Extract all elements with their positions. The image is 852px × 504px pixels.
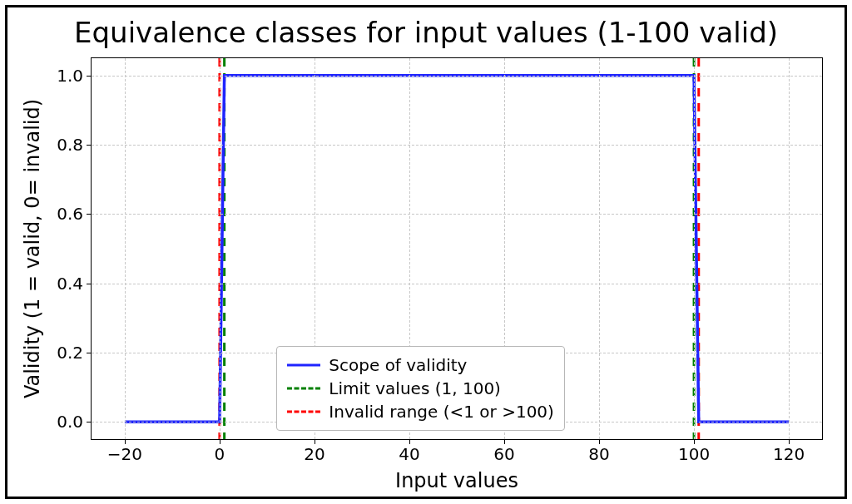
x-axis-label: Input values xyxy=(91,469,823,492)
y-tick-label: 0.0 xyxy=(57,412,83,432)
legend-swatch-scope xyxy=(287,357,320,373)
x-tick-label: 40 xyxy=(399,444,419,464)
legend-swatch-invalid xyxy=(287,403,320,420)
gridline-horizontal xyxy=(92,76,822,77)
legend-label-scope: Scope of validity xyxy=(329,353,467,377)
y-axis-label-container: Validity (1 = valid, 0= invalid) xyxy=(22,57,42,440)
legend-item-invalid: Invalid range (<1 or >100) xyxy=(287,400,554,423)
legend-label-invalid: Invalid range (<1 or >100) xyxy=(329,400,554,423)
y-tick-label: 0.8 xyxy=(57,135,83,155)
y-tick-label: 0.4 xyxy=(57,274,83,294)
x-tick-label: 120 xyxy=(773,444,805,464)
tick-mark-y xyxy=(87,284,92,284)
tick-mark-y xyxy=(87,145,92,146)
x-tick-label: 20 xyxy=(304,444,324,464)
gridline-vertical xyxy=(694,58,695,439)
tick-mark-y xyxy=(87,353,92,353)
legend-item-limit: Limit values (1, 100) xyxy=(287,377,554,400)
gridline-horizontal xyxy=(92,284,822,284)
gridline-vertical xyxy=(125,58,126,439)
x-tick-label: 80 xyxy=(588,444,609,464)
x-tick-label: −20 xyxy=(107,444,142,464)
tick-mark-y xyxy=(87,76,92,77)
y-tick-label: 1.0 xyxy=(57,66,83,86)
plot-area: −200204060801001200.00.20.40.60.81.0Scop… xyxy=(91,57,823,440)
gridline-vertical xyxy=(789,58,790,439)
legend-swatch-limit xyxy=(287,380,320,397)
y-axis-label: Validity (1 = valid, 0= invalid) xyxy=(21,99,44,398)
legend: Scope of validityLimit values (1, 100)In… xyxy=(276,346,565,431)
gridline-vertical xyxy=(599,58,600,439)
chart-title: Equivalence classes for input values (1-… xyxy=(7,16,845,49)
tick-mark-y xyxy=(87,214,92,215)
legend-label-limit: Limit values (1, 100) xyxy=(329,377,501,400)
y-tick-label: 0.2 xyxy=(57,343,83,363)
x-tick-label: 0 xyxy=(215,444,225,464)
legend-item-scope: Scope of validity xyxy=(287,353,554,377)
x-tick-label: 100 xyxy=(678,444,710,464)
x-tick-label: 60 xyxy=(493,444,514,464)
tick-mark-y xyxy=(87,422,92,422)
gridline-horizontal xyxy=(92,214,822,215)
y-tick-label: 0.6 xyxy=(57,204,83,224)
gridline-vertical xyxy=(220,58,220,439)
gridline-horizontal xyxy=(92,145,822,146)
chart-frame: Equivalence classes for input values (1-… xyxy=(5,5,847,499)
